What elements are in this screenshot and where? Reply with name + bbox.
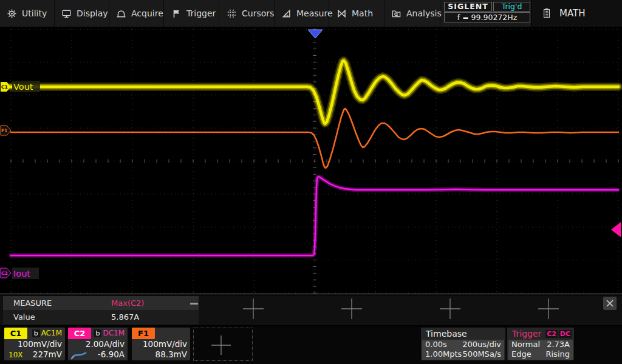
current-probe-icon	[70, 351, 87, 360]
measure-value-label: Value	[13, 312, 35, 322]
measure-bar: MEASURE Max(C2) Value 5.867A	[0, 295, 622, 325]
add-measurement-button[interactable]	[538, 298, 559, 320]
c2-coupling: DC1M	[103, 329, 125, 337]
close-measure-button[interactable]	[603, 297, 617, 310]
measure-header: MEASURE Max(C2)	[3, 296, 199, 310]
trigger-mode: Normal	[511, 340, 540, 349]
trace-c2	[11, 177, 618, 255]
channel-box-c2[interactable]: C2 bDC1M 2.00A/div -6.90A	[68, 328, 128, 360]
trigger-coupling-badge: DC	[559, 330, 572, 338]
plus-icon	[538, 298, 559, 320]
c1-coupling: AC1M	[41, 329, 62, 337]
trigger-level-marker[interactable]	[611, 222, 621, 237]
c1-scale: 100mV/div	[18, 339, 62, 349]
timebase-points: 1.00Mpts	[425, 349, 462, 359]
channel-label-c2[interactable]: Iout	[12, 268, 39, 279]
add-measurement-button[interactable]	[439, 298, 461, 320]
f1-badge: F1	[132, 328, 155, 339]
c1-custom-label: Vout	[13, 82, 33, 92]
c2-custom-label: Iout	[13, 269, 30, 278]
timebase-scale: 200us/div	[462, 340, 501, 349]
f1-scale: 100mV/div	[143, 339, 187, 349]
trigger-slope: Rising	[545, 349, 570, 359]
c1-badge: C1	[4, 328, 27, 339]
add-measurement-button[interactable]	[341, 298, 363, 320]
measure-value-row: Value 5.867A	[3, 310, 199, 325]
channel-marker-c2[interactable]: C2	[1, 268, 11, 278]
f1-offset: 88.3mV	[156, 349, 187, 359]
c1-probe-attenuation: 10X	[9, 351, 23, 359]
trigger-source-badge: C2	[545, 330, 558, 338]
plus-icon	[211, 335, 231, 356]
measure-value: 5.867A	[111, 312, 139, 322]
trigger-position-marker[interactable]	[308, 30, 323, 38]
add-channel-box[interactable]	[193, 328, 253, 361]
trigger-level: 2.73A	[547, 340, 570, 349]
close-icon	[603, 297, 617, 310]
channel-marker-c1-label: C1	[1, 84, 8, 90]
add-measurement-button[interactable]	[242, 298, 264, 320]
measure-slot-1[interactable]: Max(C2)	[111, 298, 144, 308]
c2-offset: -6.90A	[98, 349, 125, 359]
c2-badge: C2	[68, 328, 91, 339]
c2-scale: 2.00A/div	[86, 339, 125, 349]
c1-offset: 227mV	[33, 349, 62, 359]
oscilloscope-screen: Utility Display Acquire Trigger Cursors …	[0, 0, 622, 364]
timebase-samplerate: 500MSa/s	[463, 349, 501, 359]
timebase-delay: 0.00s	[425, 340, 447, 349]
channel-marker-f1[interactable]: F1	[1, 126, 11, 135]
timebase-panel[interactable]: Timebase 0.00s 200us/div 1.00Mpts 500MSa…	[421, 328, 505, 360]
trigger-type: Edge	[511, 349, 531, 359]
c2-bandwidth-badge: b	[94, 329, 101, 337]
timebase-title: Timebase	[426, 329, 467, 339]
plus-icon	[439, 298, 461, 320]
c1-bandwidth-badge: b	[32, 329, 40, 337]
collapse-measure-icon[interactable]	[190, 303, 198, 305]
channel-box-c1[interactable]: C1 bAC1M 100mV/div 10X 227mV	[4, 328, 65, 360]
channel-marker-c2-label: C2	[1, 271, 8, 276]
trigger-panel[interactable]: Trigger C2 DC Normal 2.73A Edge Rising	[507, 328, 574, 360]
channel-label-c1[interactable]: Vout	[12, 81, 40, 92]
status-bar: C1 bAC1M 100mV/div 10X 227mV C2 bDC1M 2.…	[0, 326, 622, 364]
trigger-title: Trigger	[512, 329, 541, 339]
plus-icon	[242, 298, 264, 320]
measure-title: MEASURE	[13, 298, 52, 308]
channel-marker-f1-label: F1	[1, 128, 7, 133]
trace-c1	[11, 61, 618, 124]
plus-icon	[341, 298, 363, 320]
channel-box-f1[interactable]: F1 100mV/div 88.3mV	[132, 328, 190, 360]
